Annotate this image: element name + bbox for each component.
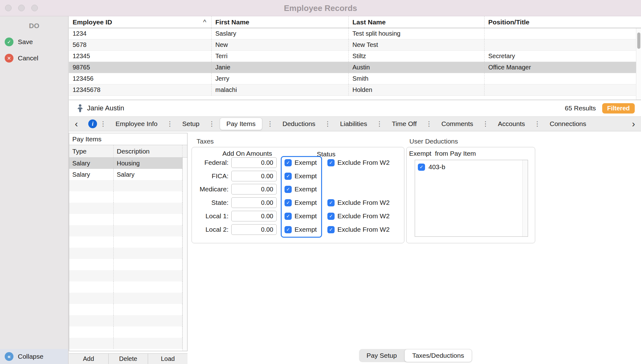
user-deductions-scrollbar[interactable]: [522, 160, 528, 236]
scrollbar-thumb[interactable]: [637, 33, 640, 49]
load-button[interactable]: Load: [148, 354, 187, 364]
federal-addon-input[interactable]: 0.00: [231, 157, 277, 168]
tab-menu-icon[interactable]: ⋮: [267, 120, 274, 128]
cell-description: Housing: [114, 158, 182, 169]
pay-items-scrollbar[interactable]: [182, 158, 187, 351]
cancel-button[interactable]: ✕ Cancel: [0, 54, 68, 63]
filtered-badge[interactable]: Filtered: [602, 103, 635, 114]
tab-menu-icon[interactable]: ⋮: [426, 120, 432, 128]
table-row-selected[interactable]: 98765 Janie Austin Office Manager: [69, 62, 641, 73]
local-2-exclude-w2-checkbox[interactable]: ✓: [327, 226, 335, 233]
local-1-addon-input[interactable]: 0.00: [231, 211, 277, 221]
table-row[interactable]: 1234 Saslary Test split housing: [69, 28, 641, 39]
federal-exempt-checkbox[interactable]: ✓: [285, 159, 292, 166]
federal-label: Federal:: [196, 159, 228, 166]
empty-row[interactable]: [69, 214, 187, 225]
exempt-label: Exempt: [295, 159, 317, 166]
empty-row[interactable]: [69, 281, 187, 293]
state-exclude-w2-checkbox[interactable]: ✓: [327, 199, 335, 206]
federal-exclude-w2-checkbox[interactable]: ✓: [327, 159, 335, 166]
table-row[interactable]: 12345678 malachi Holden: [69, 84, 641, 96]
empty-row[interactable]: [69, 236, 187, 248]
user-deductions-list: ✓ 403-b: [415, 160, 528, 237]
tab-time-off[interactable]: Time Off: [390, 118, 418, 130]
empty-row[interactable]: [69, 248, 187, 259]
empty-row[interactable]: [69, 259, 187, 270]
tabs-back-icon[interactable]: ‹: [69, 117, 84, 131]
column-header-description[interactable]: Description: [114, 145, 182, 157]
tab-menu-icon[interactable]: ⋮: [482, 120, 489, 128]
empty-row[interactable]: [69, 180, 187, 191]
empty-row[interactable]: [69, 225, 187, 236]
save-button-label: Save: [18, 38, 33, 46]
tab-accounts[interactable]: Accounts: [496, 118, 527, 130]
tab-pay-items[interactable]: Pay Items: [220, 118, 262, 130]
tabs-forward-icon[interactable]: ›: [626, 117, 641, 131]
empty-row[interactable]: [69, 304, 187, 315]
column-header-label: Position/Title: [488, 18, 529, 26]
tab-taxes-deductions[interactable]: Taxes/Deductions: [404, 349, 472, 362]
empty-row[interactable]: [69, 338, 187, 349]
medicare-exempt-checkbox[interactable]: ✓: [285, 186, 292, 193]
fica-addon-input[interactable]: 0.00: [231, 171, 277, 181]
empty-row[interactable]: [69, 315, 187, 326]
tab-menu-icon[interactable]: ⋮: [208, 120, 215, 128]
cell-first-name: Terri: [212, 51, 349, 62]
tab-deductions[interactable]: Deductions: [281, 118, 317, 130]
pay-item-row[interactable]: Salary Salary: [69, 169, 187, 180]
tab-liabilities[interactable]: Liabilities: [338, 118, 369, 130]
empty-row[interactable]: [69, 270, 187, 281]
table-row[interactable]: 123456 Jerry Smith: [69, 73, 641, 84]
local-1-exempt-checkbox[interactable]: ✓: [285, 213, 292, 220]
save-button[interactable]: ✓ Save: [0, 38, 68, 46]
delete-button[interactable]: Delete: [109, 354, 148, 364]
collapse-button[interactable]: « Collapse: [0, 349, 68, 364]
403b-label: 403-b: [428, 163, 445, 171]
column-header-position-title[interactable]: Position/Title: [485, 16, 636, 28]
employee-table-header: Employee ID ^ First Name Last Name Posit…: [69, 16, 641, 28]
tab-setup[interactable]: Setup: [180, 118, 201, 130]
column-header-label: Last Name: [352, 18, 386, 26]
exempt-label: Exempt: [295, 172, 317, 180]
add-on-amounts-header: Add On Amounts: [208, 150, 286, 157]
medicare-addon-input[interactable]: 0.00: [231, 184, 277, 195]
column-header-first-name[interactable]: First Name: [212, 16, 349, 28]
tab-pay-setup[interactable]: Pay Setup: [359, 349, 404, 362]
pay-item-row-selected[interactable]: Salary Housing: [69, 158, 187, 169]
local-2-exempt-checkbox[interactable]: ✓: [285, 226, 292, 233]
local-2-label: Local 2:: [196, 226, 228, 233]
empty-row[interactable]: [69, 203, 187, 214]
tab-menu-icon[interactable]: ⋮: [534, 120, 541, 128]
empty-row[interactable]: [69, 293, 187, 304]
tab-menu-icon[interactable]: ⋮: [100, 120, 106, 128]
record-bar: Janie Austin 65 Results Filtered: [69, 100, 641, 116]
column-header-last-name[interactable]: Last Name: [349, 16, 485, 28]
list-item-403b[interactable]: ✓ 403-b: [415, 160, 528, 171]
info-icon[interactable]: i: [88, 119, 97, 128]
cell-description: Salary: [114, 169, 182, 180]
state-label: State:: [196, 199, 228, 206]
fica-exempt-checkbox[interactable]: ✓: [285, 173, 292, 180]
tab-connections[interactable]: Connections: [548, 118, 588, 130]
tab-comments[interactable]: Comments: [439, 118, 475, 130]
table-row[interactable]: 5678 New New Test: [69, 39, 641, 51]
tab-menu-icon[interactable]: ⋮: [167, 120, 173, 128]
state-exempt-checkbox[interactable]: ✓: [285, 199, 292, 206]
table-row[interactable]: 12345 Terri Stiltz Secretary: [69, 51, 641, 62]
empty-row[interactable]: [69, 326, 187, 338]
empty-row[interactable]: [69, 191, 187, 203]
sort-ascending-icon: ^: [203, 18, 206, 26]
column-header-employee-id[interactable]: Employee ID ^: [69, 16, 212, 28]
tab-menu-icon[interactable]: ⋮: [376, 120, 383, 128]
cell-employee-id: 98765: [69, 62, 212, 73]
403b-checkbox[interactable]: ✓: [418, 164, 425, 171]
vertical-scrollbar[interactable]: [636, 28, 641, 100]
tab-menu-icon[interactable]: ⋮: [325, 120, 331, 128]
state-addon-input[interactable]: 0.00: [231, 197, 277, 208]
local-2-addon-input[interactable]: 0.00: [231, 224, 277, 235]
local-1-exclude-w2-checkbox[interactable]: ✓: [327, 213, 335, 220]
column-header-type[interactable]: Type: [69, 145, 114, 157]
add-button[interactable]: Add: [69, 354, 109, 364]
tax-row-local-1: Local 1: 0.00 ✓ Exempt ✓ Exclude From W2: [196, 211, 400, 221]
tab-employee-info[interactable]: Employee Info: [114, 118, 159, 130]
